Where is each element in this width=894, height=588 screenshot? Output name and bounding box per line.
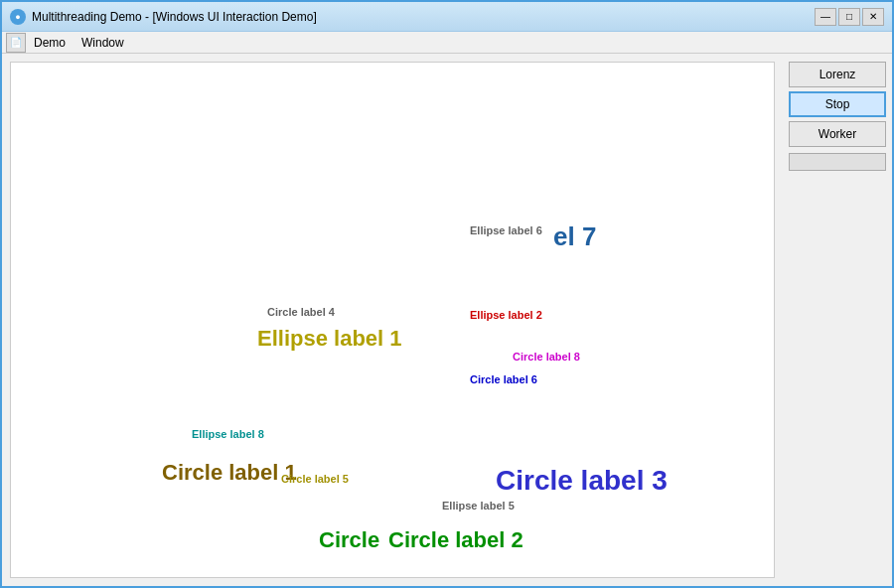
title-bar: ● Multithreading Demo - [Windows UI Inte…: [2, 2, 892, 32]
canvas-label: Circle label 1: [162, 460, 297, 486]
close-button[interactable]: ✕: [862, 8, 884, 26]
canvas-label: Circle label 3: [496, 465, 668, 497]
toolbar-icon-doc[interactable]: 📄: [6, 33, 26, 53]
sidebar: Lorenz Stop Worker: [783, 54, 892, 586]
app-icon: ●: [10, 9, 26, 25]
maximize-button[interactable]: □: [838, 8, 860, 26]
canvas-label: Circle label 4: [267, 306, 335, 318]
canvas-label: Circle label 8: [513, 351, 580, 363]
canvas-label: Ellipse label 2: [470, 309, 542, 321]
lorenz-button[interactable]: Lorenz: [789, 62, 886, 87]
canvas-area: el 7Ellipse label 6Circle label 4Ellipse…: [10, 62, 775, 578]
menu-bar: 📄 Demo Window: [2, 32, 892, 54]
minimize-button[interactable]: —: [815, 8, 836, 26]
content-area: el 7Ellipse label 6Circle label 4Ellipse…: [2, 54, 892, 586]
window-title: Multithreading Demo - [Windows UI Intera…: [32, 10, 815, 24]
canvas-label: Circle label 6: [470, 373, 537, 385]
menu-demo[interactable]: Demo: [26, 34, 74, 52]
menu-window[interactable]: Window: [74, 34, 132, 52]
canvas-label: Ellipse label 8: [192, 428, 264, 440]
canvas-label: Circle: [319, 527, 379, 553]
canvas-label: el 7: [553, 221, 596, 252]
canvas-label: Circle label 5: [281, 473, 349, 485]
window-controls: — □ ✕: [815, 8, 884, 26]
stop-button[interactable]: Stop: [789, 91, 886, 117]
main-window: ● Multithreading Demo - [Windows UI Inte…: [0, 0, 894, 588]
progress-bar: [789, 153, 886, 171]
canvas-label: Ellipse label 6: [470, 224, 542, 236]
canvas-label: Circle label 2: [388, 527, 523, 553]
worker-button[interactable]: Worker: [789, 121, 886, 147]
canvas-label: Ellipse label 5: [442, 500, 515, 512]
canvas-label: Ellipse label 1: [257, 326, 402, 352]
